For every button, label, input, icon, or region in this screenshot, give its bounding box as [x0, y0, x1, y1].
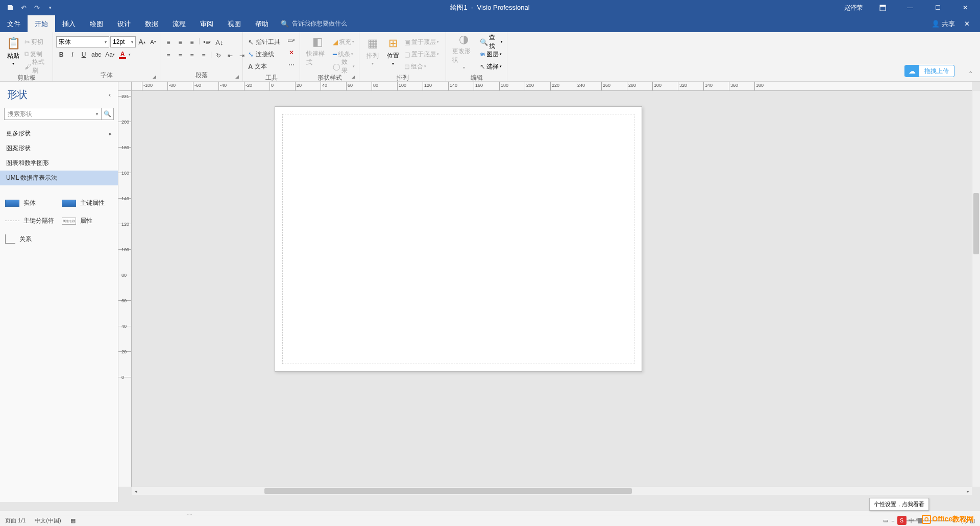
ime-mode[interactable]: 中	[909, 517, 914, 524]
chevron-down-icon[interactable]: ▾	[129, 53, 131, 57]
v-scroll-thumb[interactable]	[973, 193, 979, 254]
font-name-combo[interactable]: 宋体▾	[56, 36, 109, 47]
font-dialog-launcher[interactable]: ◢	[153, 74, 158, 79]
align-center-button[interactable]: ≡	[175, 51, 185, 61]
bold-button[interactable]: B	[56, 50, 66, 60]
copy-icon: ⧉	[24, 50, 29, 58]
tell-me-search[interactable]: 🔍 告诉我你想要做什么	[281, 15, 347, 32]
rotate-text-button[interactable]: ↻	[213, 51, 224, 61]
pointer-tool-button[interactable]: ↖指针工具	[246, 36, 282, 47]
vertical-scrollbar[interactable]	[972, 91, 980, 487]
stencil-patterns[interactable]: 图案形状	[0, 141, 118, 156]
bring-front-button[interactable]: ▣置于顶层▾	[403, 36, 440, 47]
align-left-button[interactable]: ≡	[163, 51, 174, 61]
shape-search-input[interactable]: 搜索形状 ▾	[4, 108, 102, 120]
find-button[interactable]: 🔍查找▾	[479, 36, 504, 47]
shrink-font-button[interactable]: A▾	[148, 37, 158, 47]
group-button[interactable]: ⊡组合▾	[403, 61, 440, 72]
ime-badge[interactable]: S	[897, 516, 906, 525]
zoom-out-button[interactable]: −	[891, 518, 894, 524]
justify-button[interactable]: ≡	[199, 51, 209, 61]
shape-styles-dialog-launcher[interactable]: ◢	[352, 74, 357, 79]
paragraph-dialog-launcher[interactable]: ◢	[235, 74, 240, 79]
align-right-button[interactable]: ≡	[187, 51, 197, 61]
scroll-right-button[interactable]: ▸	[964, 487, 972, 495]
position-button[interactable]: ⊞ 位置▾	[383, 34, 403, 68]
tab-review[interactable]: 审阅	[193, 15, 220, 32]
tab-home[interactable]: 开始	[28, 15, 55, 32]
underline-button[interactable]: U	[79, 50, 89, 60]
rectangle-tool-button[interactable]: ▭▾	[286, 35, 297, 45]
collapse-ribbon-button[interactable]: ⌃	[968, 70, 973, 77]
tab-draw[interactable]: 绘图	[83, 15, 110, 32]
scroll-left-button[interactable]: ◂	[132, 487, 140, 495]
tab-file[interactable]: 文件	[0, 15, 28, 32]
redo-button[interactable]: ↷	[31, 2, 43, 14]
close-button[interactable]: ✕	[953, 0, 977, 15]
layers-button[interactable]: ≋图层▾	[479, 49, 504, 60]
italic-button[interactable]: I	[67, 50, 78, 60]
personalize-tooltip[interactable]: 个性设置，点我看看	[869, 498, 929, 511]
change-case-button[interactable]: Aa▾	[104, 50, 116, 60]
quick-styles-button[interactable]: ◧ 快速样式	[303, 34, 332, 68]
bullets-button[interactable]: •≡▾	[202, 37, 212, 47]
font-size-combo[interactable]: 12pt▾	[110, 36, 136, 47]
language-indicator[interactable]: 中文(中国)	[35, 517, 61, 524]
drag-upload-button[interactable]: ☁ 拖拽上传	[904, 65, 954, 77]
change-shape-button[interactable]: ◑ 更改形状▾	[449, 34, 479, 68]
delete-tool-button[interactable]: ✕	[286, 47, 297, 58]
cut-button[interactable]: ✂剪切	[23, 36, 50, 47]
ribbon-options-button[interactable]	[871, 0, 894, 15]
presentation-mode-button[interactable]: ▭	[883, 517, 888, 524]
align-top-button[interactable]: ≡	[163, 37, 174, 47]
align-middle-button[interactable]: ≡	[175, 37, 185, 47]
align-bottom-button[interactable]: ≡	[187, 37, 197, 47]
fill-button[interactable]: ◢填充▾	[332, 36, 356, 47]
font-color-button[interactable]: A	[117, 50, 128, 60]
collapse-shapes-button[interactable]: ‹	[109, 91, 111, 99]
shape-pk-attribute[interactable]: 主键属性	[62, 199, 113, 207]
canvas[interactable]	[132, 91, 972, 487]
text-tool-button[interactable]: A文本	[246, 61, 269, 72]
effects-button[interactable]: ◯效果▾	[332, 61, 356, 72]
more-tools-button[interactable]: ⋯	[286, 60, 297, 70]
grow-font-button[interactable]: A▴	[137, 37, 147, 47]
shape-pk-separator[interactable]: 主键分隔符	[5, 217, 57, 225]
tab-help[interactable]: 帮助	[248, 15, 276, 32]
stencil-charts[interactable]: 图表和数学图形	[0, 156, 118, 171]
h-scroll-thumb[interactable]	[264, 488, 632, 494]
shape-search-button[interactable]: 🔍	[102, 108, 114, 120]
strikethrough-button[interactable]: abc	[90, 50, 103, 60]
shape-attribute[interactable]: 属性名称属性	[62, 217, 113, 225]
tab-data[interactable]: 数据	[138, 15, 165, 32]
tab-insert[interactable]: 插入	[55, 15, 83, 32]
select-button[interactable]: ↖选择▾	[479, 61, 504, 72]
page-indicator[interactable]: 页面 1/1	[5, 517, 26, 524]
horizontal-scrollbar[interactable]: ◂ ▸	[132, 487, 972, 495]
save-button[interactable]	[4, 2, 16, 14]
canvas-area: -100-80-60-40-20020406080100120140160180…	[118, 82, 980, 502]
share-button[interactable]: 👤 共享	[932, 19, 955, 29]
drawing-page[interactable]	[275, 106, 642, 372]
stencil-more-shapes[interactable]: 更多形状▸	[0, 126, 118, 141]
minimize-button[interactable]: —	[898, 0, 922, 15]
send-back-button[interactable]: ▢置于底层▾	[403, 49, 440, 60]
maximize-button[interactable]: ☐	[926, 0, 949, 15]
tab-view[interactable]: 视图	[220, 15, 248, 32]
tab-design[interactable]: 设计	[110, 15, 138, 32]
close-pane-button[interactable]: ✕	[964, 20, 970, 28]
text-direction-button[interactable]: A↕	[214, 37, 225, 47]
shape-entity[interactable]: 实体	[5, 199, 57, 207]
user-name[interactable]: 赵泽荣	[844, 4, 863, 12]
arrange-button[interactable]: ▦ 排列▾	[362, 34, 383, 68]
paste-button[interactable]: 📋 粘贴 ▾	[3, 34, 23, 68]
connector-tool-button[interactable]: ⤡连接线	[246, 49, 276, 60]
decrease-indent-button[interactable]: ⇤	[225, 51, 235, 61]
tab-process[interactable]: 流程	[165, 15, 193, 32]
macro-indicator[interactable]: ▦	[70, 517, 76, 524]
qat-customize-button[interactable]: ▾	[44, 2, 56, 14]
undo-button[interactable]: ↶	[17, 2, 30, 14]
shape-relation[interactable]: 关系	[5, 234, 57, 244]
format-painter-button[interactable]: 🖌格式刷	[23, 61, 50, 72]
stencil-uml-db[interactable]: UML 数据库表示法	[0, 171, 118, 185]
